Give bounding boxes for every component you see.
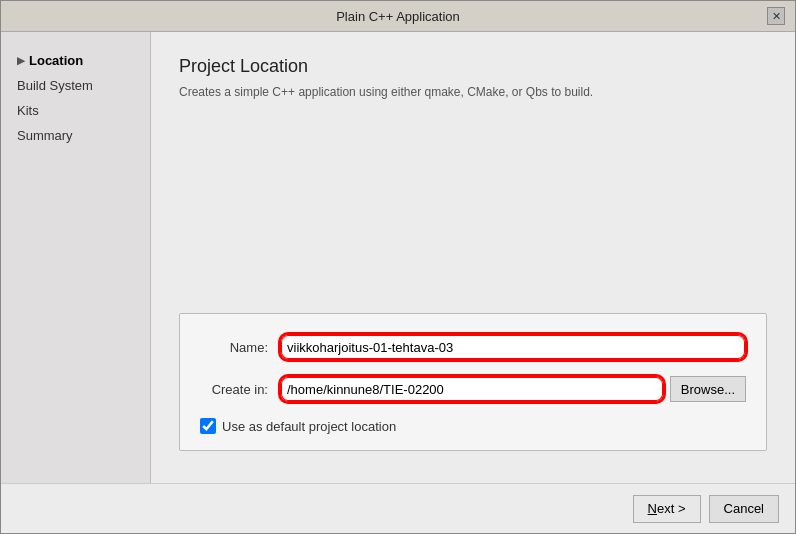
cancel-button[interactable]: Cancel xyxy=(709,495,779,523)
page-title: Project Location xyxy=(179,56,767,77)
dialog-footer: Next > Cancel xyxy=(1,483,795,533)
close-button[interactable]: ✕ xyxy=(767,7,785,25)
title-bar: Plain C++ Application ✕ xyxy=(1,1,795,32)
sidebar-item-label-build-system: Build System xyxy=(17,78,93,93)
sidebar-item-summary[interactable]: Summary xyxy=(1,123,150,148)
next-label-rest: ext > xyxy=(657,501,686,516)
sidebar: ▶ Location Build System Kits Summary xyxy=(1,32,151,483)
name-input[interactable] xyxy=(280,334,746,360)
sidebar-item-label-summary: Summary xyxy=(17,128,73,143)
sidebar-item-location[interactable]: ▶ Location xyxy=(1,48,150,73)
create-in-row: Create in: Browse... xyxy=(200,376,746,402)
default-location-checkbox[interactable] xyxy=(200,418,216,434)
form-area: Name: Create in: Browse... Use as defaul… xyxy=(179,313,767,451)
create-in-input-group: Browse... xyxy=(280,376,746,402)
default-location-label: Use as default project location xyxy=(222,419,396,434)
checkbox-row: Use as default project location xyxy=(200,418,746,434)
dialog-body: ▶ Location Build System Kits Summary Pro… xyxy=(1,32,795,483)
sidebar-item-kits[interactable]: Kits xyxy=(1,98,150,123)
dialog-title: Plain C++ Application xyxy=(29,9,767,24)
page-description: Creates a simple C++ application using e… xyxy=(179,85,767,99)
next-button[interactable]: Next > xyxy=(633,495,701,523)
browse-button[interactable]: Browse... xyxy=(670,376,746,402)
name-label: Name: xyxy=(200,340,280,355)
sidebar-arrow-icon: ▶ xyxy=(17,55,25,66)
name-row: Name: xyxy=(200,334,746,360)
sidebar-item-label-location: Location xyxy=(29,53,83,68)
next-button-label: Next > xyxy=(648,501,686,516)
main-content: Project Location Creates a simple C++ ap… xyxy=(151,32,795,483)
create-in-label: Create in: xyxy=(200,382,280,397)
create-in-input[interactable] xyxy=(280,376,664,402)
next-underline-char: N xyxy=(648,501,657,516)
dialog-window: Plain C++ Application ✕ ▶ Location Build… xyxy=(0,0,796,534)
sidebar-item-build-system[interactable]: Build System xyxy=(1,73,150,98)
sidebar-item-label-kits: Kits xyxy=(17,103,39,118)
